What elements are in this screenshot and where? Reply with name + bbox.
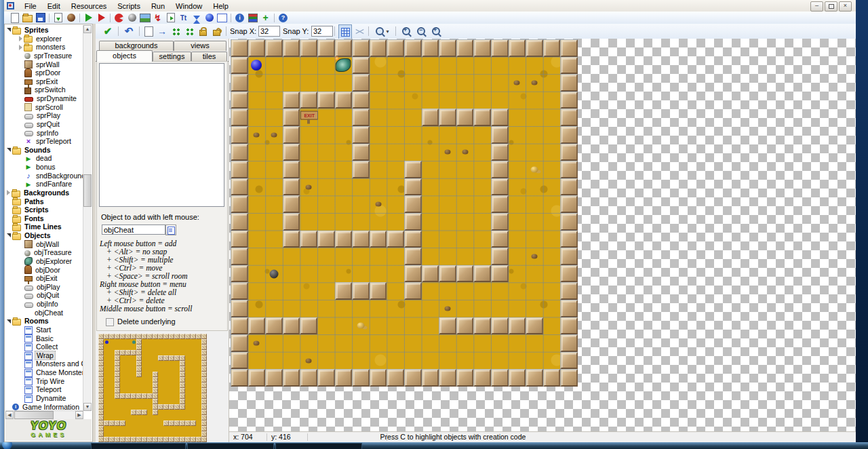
add-timeline-icon[interactable]: [190, 12, 203, 24]
tree-item-time-lines[interactable]: Time Lines: [5, 222, 83, 231]
tree-item-objquit[interactable]: objQuit: [5, 291, 83, 300]
tree-item-sprtreasure[interactable]: sprTreasure: [5, 52, 83, 60]
rock-instance[interactable]: [514, 81, 520, 85]
tree-item-objects[interactable]: Objects: [5, 231, 83, 240]
tree-item-monsters[interactable]: monsters: [5, 43, 83, 52]
add-object-icon[interactable]: [203, 12, 216, 24]
tree-item-sndfanfare[interactable]: ▶sndFanfare: [5, 180, 83, 189]
sort-vertical-button[interactable]: [182, 24, 196, 38]
minimize-button[interactable]: –: [810, 1, 823, 12]
commit-button[interactable]: ✔: [100, 24, 116, 38]
rock-instance[interactable]: [532, 81, 538, 85]
tree-item-objtreasure[interactable]: objTreasure: [5, 248, 83, 257]
start-orb-icon[interactable]: [2, 442, 12, 449]
extension-packages-icon[interactable]: +: [259, 12, 272, 24]
new-file-icon[interactable]: [8, 12, 21, 24]
tree-item-sprquit[interactable]: sprQuit: [5, 120, 83, 129]
room-area[interactable]: EXIT: [231, 39, 578, 387]
object-name-input[interactable]: [102, 224, 165, 235]
menu-help[interactable]: Help: [208, 1, 234, 11]
tree-item-dead[interactable]: ▶dead: [5, 154, 83, 163]
tree-item-basic[interactable]: Basic: [5, 334, 83, 343]
debug-game-icon[interactable]: [95, 12, 108, 24]
rock-instance[interactable]: [532, 254, 538, 259]
add-sprite-icon[interactable]: [113, 12, 125, 24]
explorer-instance[interactable]: [336, 58, 351, 72]
menu-file[interactable]: File: [19, 1, 42, 11]
room-overview-minimap[interactable]: [98, 334, 207, 442]
tree-expand-arrow[interactable]: [19, 45, 22, 50]
tree-vertical-scrollbar[interactable]: ▲ ▼: [83, 25, 92, 411]
tree-horizontal-scrollbar[interactable]: ◀ ▶: [5, 410, 83, 419]
tree-item-sounds[interactable]: Sounds: [5, 146, 83, 155]
snap-x-input[interactable]: [258, 26, 280, 37]
dark-ball-instance[interactable]: [270, 269, 279, 278]
cheat-ball-instance[interactable]: [251, 60, 262, 71]
zoom-in-button[interactable]: [399, 24, 413, 38]
tree-item-sprites[interactable]: Sprites: [5, 26, 83, 35]
global-settings-icon[interactable]: [246, 12, 259, 24]
run-game-icon[interactable]: [82, 12, 95, 24]
tree-item-backgrounds[interactable]: Backgrounds: [5, 189, 83, 197]
tree-item-sprplay[interactable]: sprPlay: [5, 111, 83, 120]
tab-objects[interactable]: objects: [96, 50, 153, 62]
tree-item-monsters-and-ch[interactable]: Monsters and Ch: [5, 359, 83, 368]
taskbar[interactable]: [0, 442, 868, 449]
tree-item-fonts[interactable]: Fonts: [5, 214, 83, 223]
scroll-up-button[interactable]: ▲: [83, 25, 92, 33]
menu-run[interactable]: Run: [146, 1, 170, 11]
tree-item-sprinfo[interactable]: sprInfo: [5, 129, 83, 138]
scroll-down-button[interactable]: ▼: [83, 403, 92, 411]
tree-expand-arrow[interactable]: [7, 190, 10, 195]
rock-instance[interactable]: [306, 184, 312, 189]
gold-instance[interactable]: [531, 167, 538, 173]
taskbar-button[interactable]: [275, 443, 362, 449]
tab-tiles[interactable]: tiles: [191, 52, 227, 62]
tree-item-sprscroll[interactable]: sprScroll: [5, 103, 83, 112]
sort-horizontal-button[interactable]: [169, 24, 182, 38]
tree-item-sprteleport[interactable]: ×sprTeleport: [5, 137, 83, 146]
tree-item-sprswitch[interactable]: sprSwitch: [5, 85, 83, 94]
tree-expand-arrow[interactable]: [19, 36, 22, 41]
taskbar-button[interactable]: [187, 443, 274, 449]
rock-instance[interactable]: [462, 150, 468, 155]
tree-collapse-arrow[interactable]: [7, 148, 11, 152]
rock-instance[interactable]: [445, 150, 451, 155]
menu-scripts[interactable]: Scripts: [112, 1, 146, 11]
tab-views[interactable]: views: [174, 41, 226, 51]
menu-edit[interactable]: Edit: [42, 1, 66, 11]
unlock-instances-button[interactable]: [210, 24, 223, 38]
taskbar-button[interactable]: [91, 443, 186, 449]
add-path-icon[interactable]: ↯: [151, 12, 164, 24]
tab-settings[interactable]: settings: [153, 52, 191, 62]
zoom-out-button[interactable]: [414, 24, 428, 38]
help-icon[interactable]: ?: [277, 12, 290, 24]
game-information-icon[interactable]: i: [233, 12, 246, 24]
tree-item-paths[interactable]: Paths: [5, 197, 83, 206]
add-sound-icon[interactable]: [125, 12, 138, 24]
publish-icon[interactable]: [64, 12, 77, 24]
tree-item-sprdynamite[interactable]: sprDynamite: [5, 94, 83, 103]
tree-item-objdoor[interactable]: objDoor: [5, 266, 83, 275]
rock-instance[interactable]: [271, 132, 277, 137]
vertical-scroll-thumb[interactable]: [83, 174, 92, 207]
tree-item-objexplorer[interactable]: objExplorer: [5, 257, 83, 266]
shift-button[interactable]: →: [155, 24, 169, 38]
tree-item-objexit[interactable]: objExit: [5, 274, 83, 283]
tree-item-objwall[interactable]: objWall: [5, 240, 83, 249]
rock-instance[interactable]: [254, 132, 260, 137]
scroll-right-button[interactable]: ▶: [75, 411, 83, 419]
room-canvas[interactable]: EXIT: [229, 39, 856, 432]
clear-button[interactable]: [142, 24, 155, 38]
tree-collapse-arrow[interactable]: [7, 28, 11, 32]
choose-object-button[interactable]: [165, 224, 176, 235]
scroll-left-button[interactable]: ◀: [5, 411, 14, 419]
zoom-reset-button[interactable]: [429, 24, 443, 38]
tree-item-sprdoor[interactable]: sprDoor: [5, 69, 83, 77]
zoom-level-dropdown[interactable]: ▾: [372, 24, 393, 38]
tree-item-start[interactable]: Start: [5, 326, 83, 334]
undo-button[interactable]: ↶: [121, 24, 137, 38]
tree-item-explorer[interactable]: explorer: [5, 35, 83, 43]
tree-collapse-arrow[interactable]: [7, 319, 11, 324]
instance-listbox[interactable]: [99, 63, 224, 207]
